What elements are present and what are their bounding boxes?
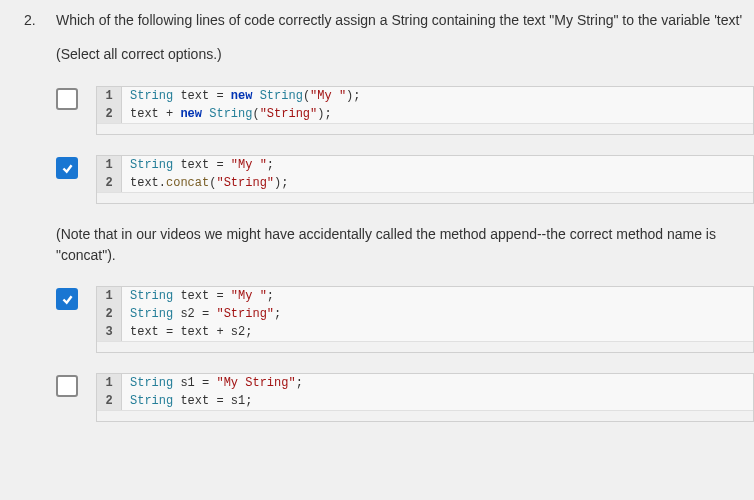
option-checkbox[interactable] [56, 288, 78, 310]
code-line: 3text = text + s2; [97, 323, 753, 341]
line-number: 3 [97, 323, 122, 341]
line-number: 2 [97, 392, 122, 410]
check-icon [61, 293, 74, 306]
code-footer [97, 341, 753, 352]
line-number: 2 [97, 174, 122, 192]
code-content: text = text + s2; [122, 323, 260, 341]
code-block: 1String text = new String("My ");2text +… [96, 86, 754, 135]
code-line: 1String s1 = "My String"; [97, 374, 753, 392]
code-block: 1String s1 = "My String";2String text = … [96, 373, 754, 422]
answer-option: 1String text = "My ";2String s2 = "Strin… [56, 286, 754, 353]
line-number: 1 [97, 87, 122, 105]
code-line: 1String text = "My "; [97, 287, 753, 305]
question-instruction: (Select all correct options.) [56, 46, 754, 62]
line-number: 1 [97, 156, 122, 174]
code-line: 2String s2 = "String"; [97, 305, 753, 323]
code-line: 1String text = "My "; [97, 156, 753, 174]
note-text: (Note that in our videos we might have a… [56, 224, 754, 266]
option-checkbox[interactable] [56, 157, 78, 179]
code-line: 2text.concat("String"); [97, 174, 753, 192]
check-icon [61, 162, 74, 175]
code-footer [97, 410, 753, 421]
code-block: 1String text = "My ";2String s2 = "Strin… [96, 286, 754, 353]
code-block: 1String text = "My ";2text.concat("Strin… [96, 155, 754, 204]
code-footer [97, 123, 753, 134]
code-line: 2text + new String("String"); [97, 105, 753, 123]
code-content: String s2 = "String"; [122, 305, 289, 323]
code-content: text.concat("String"); [122, 174, 296, 192]
code-footer [97, 192, 753, 203]
line-number: 2 [97, 105, 122, 123]
option-checkbox[interactable] [56, 88, 78, 110]
code-content: String text = "My "; [122, 156, 282, 174]
question-number: 2. [24, 12, 40, 28]
code-content: String text = "My "; [122, 287, 282, 305]
question-text: Which of the following lines of code cor… [56, 12, 754, 28]
line-number: 2 [97, 305, 122, 323]
line-number: 1 [97, 374, 122, 392]
code-content: text + new String("String"); [122, 105, 340, 123]
code-line: 1String text = new String("My "); [97, 87, 753, 105]
code-content: String text = new String("My "); [122, 87, 369, 105]
answer-option: 1String text = "My ";2text.concat("Strin… [56, 155, 754, 204]
answer-option: 1String text = new String("My ");2text +… [56, 86, 754, 135]
code-content: String text = s1; [122, 392, 260, 410]
line-number: 1 [97, 287, 122, 305]
option-checkbox[interactable] [56, 375, 78, 397]
code-content: String s1 = "My String"; [122, 374, 311, 392]
answer-option: 1String s1 = "My String";2String text = … [56, 373, 754, 422]
code-line: 2String text = s1; [97, 392, 753, 410]
question-header: 2. Which of the following lines of code … [24, 12, 754, 28]
